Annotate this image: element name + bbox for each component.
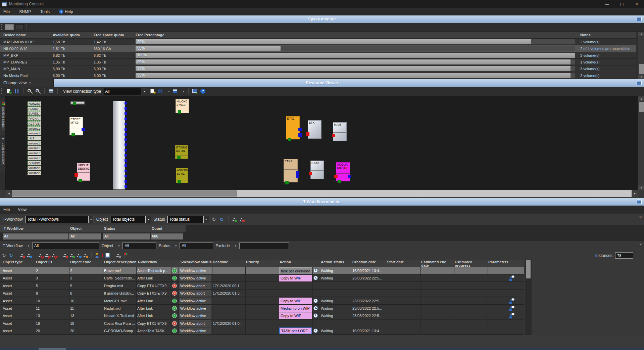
- parameters-icon[interactable]: [509, 306, 514, 311]
- tab-colors-legend[interactable]: Colors legend: [0, 100, 6, 135]
- filter-input[interactable]: [239, 243, 289, 249]
- device-node[interactable]: ETX1: [286, 116, 300, 139]
- flag-icon[interactable]: [123, 253, 128, 258]
- green-port-marker[interactable]: [79, 179, 82, 182]
- drag-grip-icon[interactable]: [1, 24, 2, 30]
- red-port-marker[interactable]: [306, 132, 309, 136]
- canvas-vertical-scrollbar[interactable]: ▲ ▼: [638, 96, 644, 190]
- device-node[interactable]: ETERE MTX3: [69, 117, 83, 135]
- table-row[interactable]: Asset1313Nissan X-Trail.mxfAfter Link✓Wo…: [0, 312, 524, 319]
- table-row[interactable]: MP_BKP6,82 Tb6,82 Tb100%3 volume(s): [0, 52, 636, 59]
- column-header[interactable]: T-Workflow: [137, 260, 157, 267]
- bottom-horizontal-scrollbar[interactable]: [0, 348, 644, 350]
- chevron-down-icon[interactable]: ▼: [234, 245, 237, 248]
- blue-port-marker[interactable]: [296, 171, 299, 174]
- parameters-icon[interactable]: [509, 275, 514, 281]
- scroll-up-icon[interactable]: ▲: [638, 32, 644, 36]
- refresh-icon[interactable]: ↻: [211, 217, 217, 222]
- drag-grip-icon[interactable]: [1, 88, 2, 94]
- scroll-up-icon[interactable]: ▲: [638, 96, 644, 101]
- scroll-right-icon[interactable]: ►: [632, 190, 638, 197]
- filter-select[interactable]: Total objects▼: [110, 216, 151, 223]
- column-header[interactable]: Device name: [3, 33, 26, 37]
- close-icon[interactable]: ✕: [639, 243, 642, 246]
- minimize-button[interactable]: —: [600, 0, 614, 8]
- legend-node[interactable]: BUNDL: [28, 111, 41, 116]
- column-header[interactable]: Estimated end date: [421, 260, 446, 267]
- menu-help[interactable]: ?Help: [59, 9, 73, 14]
- notes-icon[interactable]: [105, 253, 110, 258]
- legend-node[interactable]: volume2: [28, 166, 41, 170]
- panel-icon[interactable]: [637, 81, 642, 85]
- instances-value[interactable]: 78: [615, 252, 633, 259]
- chevron-down-icon[interactable]: ▼: [117, 245, 120, 248]
- action-cell[interactable]: Copy to WIP: [279, 312, 312, 319]
- legend-node[interactable]: ACTIVE: [28, 121, 41, 126]
- table-row[interactable]: Asset55Drogba.mxfCopy ETX1-ETX9✕Workflow…: [0, 282, 524, 290]
- workflow-stop-icon[interactable]: [20, 253, 25, 258]
- column-header[interactable]: T-Workflow status: [180, 260, 212, 267]
- panel-icon[interactable]: [637, 17, 642, 21]
- menu-tools[interactable]: Tools: [40, 9, 50, 14]
- column-header[interactable]: Free Percentage: [136, 33, 164, 37]
- workflow-info-icon[interactable]: [27, 253, 32, 258]
- selection-block-icon[interactable]: [45, 253, 50, 258]
- red-port-marker[interactable]: [332, 134, 335, 137]
- green-port-marker[interactable]: [285, 181, 289, 184]
- device-node[interactable]: ETX: [308, 120, 321, 139]
- table-row[interactable]: MASSIMOW10HP1,58 Tb1,42 Tb90%2 volume(s): [0, 39, 636, 45]
- table-row[interactable]: Asset88Il grande Gatsby...Copy ETX1-ETX9…: [0, 290, 524, 297]
- table-row[interactable]: Asset22Brave.mxfActionTest task p...✓Wor…: [0, 267, 524, 274]
- menu-file[interactable]: File: [3, 207, 10, 212]
- action-cell[interactable]: Copy to WIP: [279, 275, 312, 281]
- workflow-add-icon[interactable]: [232, 217, 237, 222]
- table-row[interactable]: Asset1010MotoGP1.mxfAfter Link✓Workflow …: [0, 297, 524, 305]
- table-row[interactable]: MP_MAIN5,90 Tb5,90 Tb99%3 volume(s): [0, 65, 636, 72]
- menu-file[interactable]: File: [3, 9, 10, 14]
- table-row[interactable]: Asset2020G-PROMO-Bump...ActionTest TASK.…: [0, 327, 524, 335]
- green-port-marker[interactable]: [178, 180, 181, 183]
- zoom-out-icon[interactable]: −: [35, 88, 41, 94]
- search-binoculars-icon[interactable]: [157, 88, 163, 94]
- menu-view[interactable]: View: [18, 207, 27, 212]
- scroll-thumb[interactable]: [12, 190, 237, 196]
- workflow-gray-icon[interactable]: [116, 253, 121, 258]
- close-icon[interactable]: ✕: [639, 215, 642, 219]
- green-port-marker[interactable]: [73, 102, 76, 105]
- column-header[interactable]: Object: [70, 226, 82, 230]
- legend-node[interactable]: ARCHIV: [28, 161, 41, 165]
- green-port-marker[interactable]: [177, 156, 181, 159]
- green-port-marker[interactable]: [288, 138, 291, 141]
- action-cell[interactable]: TASK per LORE...: [279, 327, 312, 334]
- blue-port-marker[interactable]: [82, 128, 85, 131]
- column-header[interactable]: Free space quota: [94, 33, 124, 37]
- red-port-marker[interactable]: [75, 173, 78, 177]
- refresh-icon[interactable]: ↻: [1, 253, 7, 258]
- table-row[interactable]: MP_LOWRES1,35 Tb1,35 Tb99%1 volume(s): [0, 59, 636, 65]
- workflow-delete-icon[interactable]: [63, 253, 68, 258]
- table-row[interactable]: Asset1818Costa Rica Pura ...Copy ETX1-ET…: [0, 320, 524, 327]
- scroll-left-icon[interactable]: ◄: [6, 190, 12, 197]
- red-port-marker[interactable]: [334, 175, 338, 178]
- column-header[interactable]: Creation date: [352, 260, 376, 267]
- refresh-blue-icon[interactable]: ↻: [8, 253, 14, 258]
- scroll-down-icon[interactable]: ▼: [638, 75, 644, 79]
- chevron-down-icon[interactable]: ▼: [27, 245, 30, 248]
- workflow-orange-icon[interactable]: [83, 253, 88, 258]
- legend-node[interactable]: volume1: [28, 131, 41, 135]
- legend-node[interactable]: volume1: [28, 141, 41, 145]
- column-header[interactable]: Action status: [321, 260, 344, 267]
- blue-port-marker[interactable]: [298, 133, 302, 137]
- column-header[interactable]: Action: [280, 260, 291, 267]
- filter-input[interactable]: All: [122, 243, 156, 249]
- alert-icon[interactable]: !: [101, 253, 104, 258]
- column-header[interactable]: Object code: [70, 260, 91, 267]
- device-node[interactable]: NILOX0 2-W10: [176, 99, 189, 113]
- legend-node[interactable]: PACKA: [28, 116, 41, 121]
- column-header[interactable]: T-Workflow: [4, 226, 23, 230]
- column-header[interactable]: Deadline: [213, 260, 228, 267]
- legend-node[interactable]: volume1: [28, 126, 41, 131]
- report-view-icon[interactable]: [48, 88, 54, 94]
- column-header[interactable]: Start date: [387, 260, 404, 267]
- column-header[interactable]: Object type: [3, 260, 23, 267]
